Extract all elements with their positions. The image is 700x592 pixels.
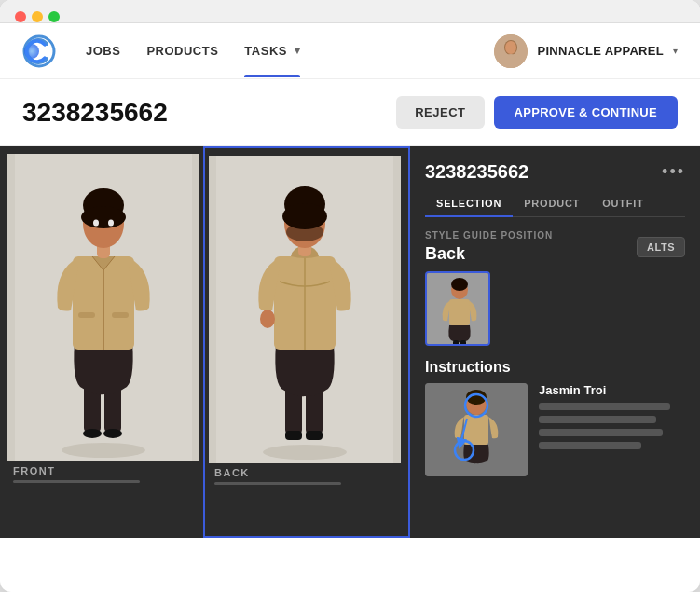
back-image bbox=[209, 156, 401, 463]
company-name: PINNACLE APPAREL bbox=[537, 44, 664, 58]
svg-point-34 bbox=[286, 223, 323, 241]
job-id: 3238235662 bbox=[22, 98, 396, 128]
nav-jobs[interactable]: JOBS bbox=[86, 25, 120, 76]
company-chevron-icon: ▾ bbox=[673, 46, 678, 56]
alts-button[interactable]: ALTS bbox=[637, 237, 685, 257]
panel-header: 3238235662 ••• bbox=[425, 161, 685, 183]
instruction-line-2 bbox=[539, 416, 656, 423]
svg-rect-15 bbox=[112, 312, 129, 318]
maximize-dot[interactable] bbox=[48, 11, 60, 22]
svg-point-23 bbox=[263, 445, 347, 460]
panel-job-id: 3238235662 bbox=[425, 161, 528, 183]
front-label: FRONT bbox=[13, 465, 194, 476]
front-progress-bar bbox=[13, 480, 140, 483]
position-thumbnail[interactable] bbox=[425, 271, 490, 346]
close-dot[interactable] bbox=[15, 11, 26, 22]
style-guide-section: STYLE GUIDE POSITION Back ALTS bbox=[425, 230, 685, 264]
nav-bar: JOBS PRODUCTS TASKS ▾ PINNACLE APPAREL ▾ bbox=[0, 23, 700, 79]
tab-outfit[interactable]: OUTFIT bbox=[591, 192, 655, 216]
svg-point-20 bbox=[93, 220, 99, 227]
back-label-row: BACK bbox=[209, 463, 401, 490]
position-name: Back bbox=[425, 244, 553, 264]
instructions-label: Instructions bbox=[425, 359, 685, 376]
back-label: BACK bbox=[214, 467, 395, 478]
front-image bbox=[7, 154, 199, 461]
svg-point-35 bbox=[260, 310, 275, 328]
logo[interactable] bbox=[22, 34, 56, 68]
svg-point-19 bbox=[81, 206, 126, 228]
instructions-row: Jasmin Troi bbox=[425, 383, 685, 476]
instruction-line-3 bbox=[539, 429, 663, 436]
avatar bbox=[494, 34, 528, 68]
instruction-line-4 bbox=[539, 442, 641, 449]
reject-button[interactable]: REJECT bbox=[396, 96, 484, 129]
nav-products[interactable]: PRODUCTS bbox=[146, 25, 218, 76]
svg-rect-27 bbox=[306, 431, 323, 440]
minimize-dot[interactable] bbox=[32, 11, 43, 22]
front-label-row: FRONT bbox=[7, 461, 199, 489]
panel-tabs: SELECTION PRODUCT OUTFIT bbox=[425, 192, 685, 217]
browser-chrome bbox=[0, 0, 700, 23]
image-panel: FRONT bbox=[0, 146, 410, 538]
svg-rect-46 bbox=[464, 415, 488, 445]
svg-point-39 bbox=[451, 278, 468, 291]
svg-point-11 bbox=[103, 429, 122, 438]
nav-tasks[interactable]: TASKS ▾ bbox=[244, 25, 300, 76]
svg-rect-41 bbox=[453, 340, 459, 346]
nav-tasks-chevron: ▾ bbox=[295, 45, 301, 57]
style-guide-label: STYLE GUIDE POSITION bbox=[425, 230, 553, 241]
nav-links: JOBS PRODUCTS TASKS ▾ bbox=[86, 25, 464, 76]
svg-point-7 bbox=[62, 443, 145, 458]
svg-rect-26 bbox=[285, 431, 302, 440]
approve-continue-button[interactable]: APPROVE & CONTINUE bbox=[494, 96, 678, 129]
instructions-image bbox=[425, 383, 528, 476]
back-slot[interactable]: BACK bbox=[203, 146, 410, 538]
header-bar: 3238235662 REJECT APPROVE & CONTINUE bbox=[0, 79, 700, 146]
back-progress-bar bbox=[214, 482, 341, 485]
front-slot[interactable]: FRONT bbox=[0, 146, 203, 538]
dots-menu[interactable]: ••• bbox=[662, 162, 685, 182]
svg-rect-42 bbox=[460, 340, 466, 346]
svg-point-21 bbox=[108, 220, 114, 227]
svg-point-5 bbox=[505, 41, 516, 54]
nav-tasks-label: TASKS bbox=[244, 44, 287, 58]
instruction-line-1 bbox=[539, 403, 670, 410]
svg-rect-40 bbox=[449, 299, 470, 325]
instructor-name: Jasmin Troi bbox=[539, 383, 685, 397]
instructions-text: Jasmin Troi bbox=[539, 383, 685, 455]
browser-window: JOBS PRODUCTS TASKS ▾ PINNACLE APPAREL ▾… bbox=[0, 0, 700, 592]
nav-right: PINNACLE APPAREL ▾ bbox=[494, 34, 678, 68]
svg-rect-14 bbox=[78, 312, 95, 318]
main-content: FRONT bbox=[0, 146, 700, 538]
tab-product[interactable]: PRODUCT bbox=[513, 192, 591, 216]
right-panel: 3238235662 ••• SELECTION PRODUCT OUTFIT … bbox=[410, 146, 700, 538]
svg-point-10 bbox=[83, 429, 102, 438]
tab-selection[interactable]: SELECTION bbox=[425, 192, 513, 216]
